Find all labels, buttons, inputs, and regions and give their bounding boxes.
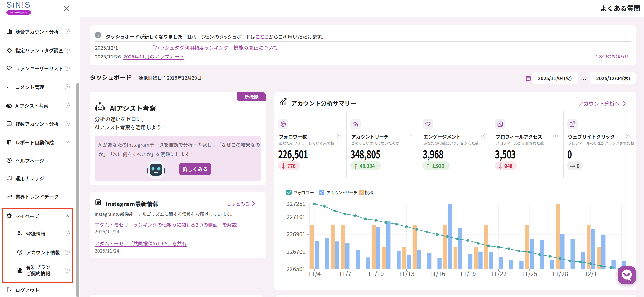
svg-text:227251: 227251 xyxy=(286,199,306,208)
svg-text:11/19: 11/19 xyxy=(460,269,476,278)
svg-text:11/10: 11/10 xyxy=(368,269,384,278)
svg-text:11/28: 11/28 xyxy=(552,269,568,278)
svg-text:11/22: 11/22 xyxy=(490,269,506,278)
svg-text:11/4: 11/4 xyxy=(308,269,321,278)
svg-text:226901: 226901 xyxy=(286,230,306,238)
svg-text:227101: 227101 xyxy=(286,212,306,221)
svg-text:226501: 226501 xyxy=(286,264,306,273)
svg-text:226701: 226701 xyxy=(286,247,306,256)
svg-text:11/7: 11/7 xyxy=(339,269,351,278)
svg-text:11/13: 11/13 xyxy=(398,269,414,278)
svg-text:11/25: 11/25 xyxy=(521,269,537,278)
svg-text:11/16: 11/16 xyxy=(429,269,445,278)
svg-text:12/1: 12/1 xyxy=(584,269,597,278)
